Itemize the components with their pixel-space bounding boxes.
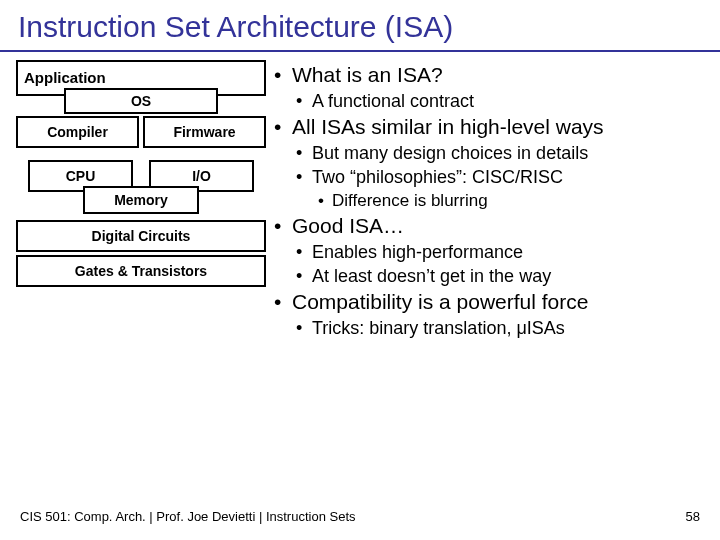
- page-number: 58: [686, 509, 700, 524]
- footer-left: CIS 501: Comp. Arch. | Prof. Joe Deviett…: [20, 509, 356, 524]
- bullet-l2: Enables high-performance: [312, 242, 704, 263]
- bullet-l1: All ISAs similar in high-level ways: [292, 115, 704, 139]
- bullet-l1: Compatibility is a powerful force: [292, 290, 704, 314]
- box-compiler: Compiler: [16, 116, 139, 148]
- layer-diagram: Application OS Compiler Firmware CPU I/O…: [16, 60, 266, 290]
- bullet-l2: At least doesn’t get in the way: [312, 266, 704, 287]
- bullet-list: What is an ISA? A functional contract Al…: [266, 60, 704, 342]
- title-rule: [0, 50, 720, 52]
- bullet-l2: Two “philosophies”: CISC/RISC: [312, 167, 704, 188]
- bullet-l2: Tricks: binary translation, μISAs: [312, 318, 704, 339]
- bullet-l2: But many design choices in details: [312, 143, 704, 164]
- bullet-l1: What is an ISA?: [292, 63, 704, 87]
- bullet-l2: A functional contract: [312, 91, 704, 112]
- slide-title: Instruction Set Architecture (ISA): [0, 0, 720, 50]
- box-digital-circuits: Digital Circuits: [16, 220, 266, 252]
- box-firmware: Firmware: [143, 116, 266, 148]
- bullet-l1: Good ISA…: [292, 214, 704, 238]
- box-memory: Memory: [83, 186, 199, 214]
- box-gates-transistors: Gates & Transistors: [16, 255, 266, 287]
- box-os: OS: [64, 88, 218, 114]
- bullet-l3: Difference is blurring: [332, 191, 704, 211]
